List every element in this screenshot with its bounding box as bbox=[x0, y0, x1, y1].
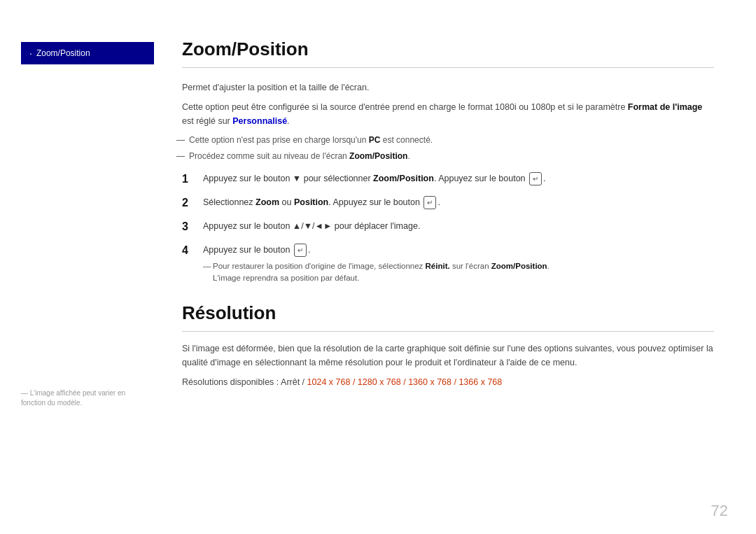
page-container: · Zoom/Position ― L'image affichée peut … bbox=[0, 0, 756, 534]
zoom-position-desc2: Cette option peut être configurée si la … bbox=[182, 100, 714, 128]
step4-icon-btn: ↵ bbox=[294, 244, 307, 257]
zoom-position-title: Zoom/Position bbox=[182, 38, 714, 68]
zoom-position-desc1: Permet d'ajuster la position et la taill… bbox=[182, 80, 714, 94]
step-1: 1 Appuyez sur le bouton ▼ pour sélection… bbox=[182, 172, 714, 188]
note2-end: . bbox=[407, 151, 410, 161]
note1-text-end: est connecté. bbox=[380, 135, 433, 145]
step-4: 4 Appuyez sur le bouton ↵. Pour restaure… bbox=[182, 244, 714, 285]
desc2-end: . bbox=[287, 116, 289, 126]
step4-note-bold2: Zoom/Position bbox=[491, 262, 547, 270]
note2-start: Procédez comme suit au niveau de l'écran bbox=[189, 151, 349, 161]
step-1-text: Appuyez sur le bouton ▼ pour sélectionne… bbox=[203, 172, 714, 185]
step-4-note: Pour restaurer la position d'origine de … bbox=[203, 260, 714, 285]
step-1-number: 1 bbox=[182, 171, 203, 188]
resolution-values: 1024 x 768 / 1280 x 768 / 1360 x 768 / 1… bbox=[307, 377, 503, 387]
resolution-options: Résolutions disponibles : Arrêt / 1024 x… bbox=[182, 375, 714, 389]
step-3-number: 3 bbox=[182, 218, 203, 235]
resolution-description: Si l'image est déformée, bien que la rés… bbox=[182, 342, 714, 370]
zoom-position-section: Zoom/Position Permet d'ajuster la positi… bbox=[182, 38, 714, 285]
step-2-number: 2 bbox=[182, 195, 203, 211]
resolution-options-normal: Arrêt / bbox=[281, 377, 307, 387]
sidebar-item-label: Zoom/Position bbox=[36, 48, 90, 58]
step4-note-start: Pour restaurer la position d'origine de … bbox=[213, 262, 426, 270]
resolution-options-label: Résolutions disponibles : bbox=[182, 377, 281, 387]
desc2-mid: est réglé sur bbox=[182, 116, 232, 126]
step2-bold2: Position bbox=[294, 197, 328, 207]
sidebar-item-dot: · bbox=[29, 48, 32, 59]
sidebar: · Zoom/Position ― L'image affichée peut … bbox=[0, 0, 154, 534]
note1-text-start: Cette option n'est pas prise en charge l… bbox=[189, 135, 369, 145]
step4-note-end: . bbox=[547, 262, 550, 270]
note-line-2: Procédez comme suit au niveau de l'écran… bbox=[182, 150, 714, 162]
steps-list: 1 Appuyez sur le bouton ▼ pour sélection… bbox=[182, 172, 714, 285]
step-3: 3 Appuyez sur le bouton ▲/▼/◄► pour dépl… bbox=[182, 220, 714, 235]
step-4-number: 4 bbox=[182, 242, 203, 259]
step-2: 2 Sélectionnez Zoom ou Position. Appuyez… bbox=[182, 196, 714, 211]
step4-note-bold1: Réinit. bbox=[426, 262, 450, 270]
step2-bold1: Zoom bbox=[255, 197, 279, 207]
step-4-text: Appuyez sur le bouton ↵. Pour restaurer … bbox=[203, 244, 714, 285]
note-line-1: Cette option n'est pas prise en charge l… bbox=[182, 134, 714, 146]
desc2-bold2: Personnalisé bbox=[232, 116, 287, 126]
resolution-title: Résolution bbox=[182, 302, 714, 332]
resolution-section: Résolution Si l'image est déformée, bien… bbox=[182, 302, 714, 389]
step4-note-line2: L'image reprendra sa position par défaut… bbox=[213, 274, 359, 282]
desc2-bold1: Format de l'image bbox=[628, 102, 702, 112]
sidebar-item-zoom-position[interactable]: · Zoom/Position bbox=[21, 42, 154, 64]
note1-pc: PC bbox=[369, 135, 381, 145]
page-number: 72 bbox=[711, 502, 728, 520]
main-content: Zoom/Position Permet d'ajuster la positi… bbox=[154, 0, 756, 534]
step2-icon-btn: ↵ bbox=[424, 196, 436, 209]
note2-bold: Zoom/Position bbox=[349, 151, 407, 161]
sidebar-note: ― L'image affichée peut varier en foncti… bbox=[21, 388, 147, 408]
step-3-text: Appuyez sur le bouton ▲/▼/◄► pour déplac… bbox=[203, 220, 714, 233]
step1-icon-btn: ↵ bbox=[529, 172, 542, 185]
desc2-start: Cette option peut être configurée si la … bbox=[182, 102, 628, 112]
step1-bold: Zoom/Position bbox=[373, 174, 434, 183]
step4-note-mid: sur l'écran bbox=[450, 262, 491, 270]
step-2-text: Sélectionnez Zoom ou Position. Appuyez s… bbox=[203, 196, 714, 209]
